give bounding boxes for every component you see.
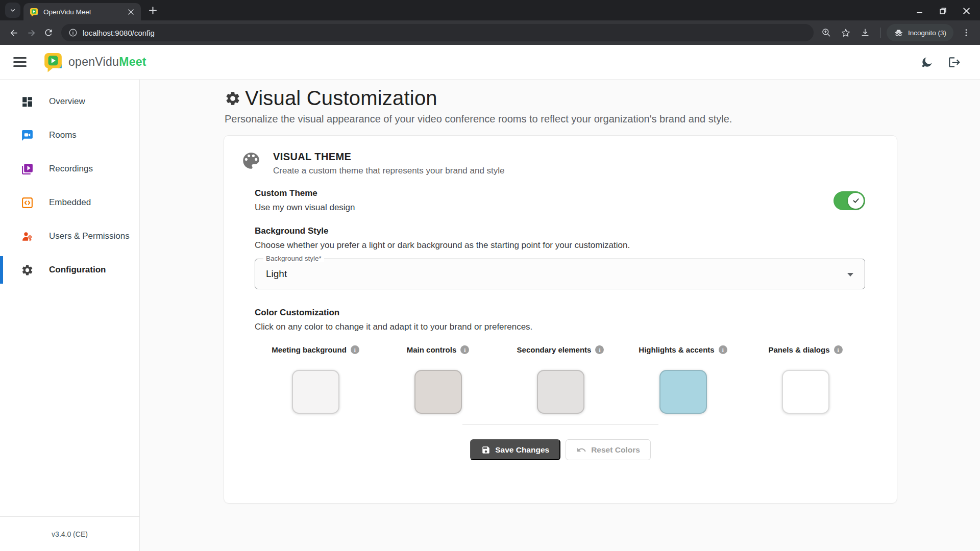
info-icon[interactable]: i bbox=[460, 345, 469, 354]
sidebar-item-configuration[interactable]: Configuration bbox=[0, 253, 139, 287]
new-tab-button[interactable] bbox=[145, 3, 160, 18]
moon-icon bbox=[920, 56, 934, 69]
save-button-label: Save Changes bbox=[495, 445, 549, 455]
incognito-label: Incognito (3) bbox=[908, 29, 946, 37]
user-key-icon bbox=[20, 230, 34, 243]
sidebar-item-overview[interactable]: Overview bbox=[0, 85, 139, 118]
background-style-select[interactable]: Background style* Light bbox=[255, 259, 865, 289]
bookmark-star-icon[interactable] bbox=[837, 24, 854, 41]
info-icon[interactable]: i bbox=[719, 345, 727, 354]
sidebar-item-label: Embedded bbox=[49, 197, 91, 208]
background-style-description: Choose whether you prefer a light or dar… bbox=[255, 240, 865, 251]
restore-button[interactable] bbox=[937, 5, 948, 16]
openvidu-logo-icon bbox=[43, 52, 63, 72]
page-subtitle: Personalize the visual appearance of you… bbox=[225, 113, 980, 125]
sidebar-item-label: Rooms bbox=[49, 130, 77, 140]
color-column-highlights-accents: Highlights & accentsi bbox=[629, 345, 737, 414]
app-logo[interactable]: openViduMeet bbox=[43, 52, 146, 72]
tab-search-button[interactable] bbox=[5, 3, 20, 18]
dark-mode-toggle-button[interactable] bbox=[917, 52, 937, 72]
close-window-button[interactable] bbox=[961, 5, 972, 16]
visual-theme-card: VISUAL THEME Create a custom theme that … bbox=[224, 135, 897, 504]
color-column-meeting-background: Meeting backgroundi bbox=[262, 345, 369, 414]
toolbar-actions: Incognito (3) bbox=[818, 24, 975, 41]
settings-icon bbox=[225, 90, 241, 107]
sidebar-item-label: Recordings bbox=[49, 164, 93, 174]
color-swatch-row: Meeting backgroundi Main controlsi Secon… bbox=[262, 345, 859, 414]
sidebar-item-recordings[interactable]: Recordings bbox=[0, 152, 139, 186]
app-header: openViduMeet bbox=[0, 45, 980, 80]
color-customization-description: Click on any color to change it and adap… bbox=[255, 322, 866, 332]
logout-button[interactable] bbox=[944, 52, 965, 72]
toggle-thumb bbox=[848, 193, 864, 209]
color-column-main-controls: Main controlsi bbox=[384, 345, 492, 414]
select-caret-icon bbox=[847, 273, 853, 277]
color-label: Meeting background bbox=[272, 345, 347, 354]
sidebar-item-embedded[interactable]: Embedded bbox=[0, 186, 139, 219]
main-content: Visual Customization Personalize the vis… bbox=[140, 80, 980, 551]
sidebar: Overview Rooms Recordings bbox=[0, 80, 140, 551]
undo-icon bbox=[576, 445, 586, 455]
url-text[interactable]: localhost:9080/config bbox=[83, 29, 155, 37]
zoom-icon[interactable] bbox=[818, 24, 835, 41]
color-swatch-secondary-elements[interactable] bbox=[537, 370, 584, 414]
browser-tab[interactable]: OpenVidu Meet bbox=[23, 3, 141, 20]
color-swatch-main-controls[interactable] bbox=[414, 370, 462, 414]
code-brackets-icon bbox=[20, 196, 34, 209]
window-controls bbox=[914, 5, 972, 16]
save-changes-button[interactable]: Save Changes bbox=[470, 439, 560, 460]
color-label: Panels & dialogs bbox=[768, 345, 829, 354]
reload-button[interactable] bbox=[40, 24, 57, 41]
toolbar-separator bbox=[880, 28, 880, 38]
color-label: Highlights & accents bbox=[639, 345, 714, 354]
sidebar-item-users-permissions[interactable]: Users & Permissions bbox=[0, 219, 139, 253]
back-button[interactable] bbox=[5, 24, 22, 41]
palette-icon bbox=[240, 150, 262, 171]
sidebar-item-label: Configuration bbox=[49, 265, 106, 275]
minimize-button[interactable] bbox=[914, 5, 925, 16]
incognito-icon bbox=[894, 28, 903, 38]
sidebar-item-label: Users & Permissions bbox=[49, 231, 130, 241]
info-icon[interactable]: i bbox=[351, 345, 359, 354]
color-swatch-panels-dialogs[interactable] bbox=[782, 370, 829, 414]
forward-button[interactable] bbox=[22, 24, 40, 41]
page-title: Visual Customization bbox=[245, 87, 437, 110]
color-column-secondary-elements: Secondary elementsi bbox=[507, 345, 614, 414]
info-icon[interactable]: i bbox=[834, 345, 843, 354]
video-library-icon bbox=[20, 162, 34, 176]
custom-theme-description: Use my own visual design bbox=[255, 203, 355, 213]
color-label: Secondary elements bbox=[517, 345, 592, 354]
gear-icon bbox=[20, 263, 34, 277]
incognito-badge[interactable]: Incognito (3) bbox=[887, 24, 953, 41]
sidebar-item-label: Overview bbox=[49, 96, 85, 107]
select-floating-label: Background style* bbox=[263, 255, 324, 262]
app-logo-text: openViduMeet bbox=[68, 55, 146, 69]
custom-theme-toggle[interactable] bbox=[834, 191, 865, 210]
tab-strip: OpenVidu Meet bbox=[0, 0, 980, 20]
section-subtitle: Create a custom theme that represents yo… bbox=[273, 166, 505, 176]
color-column-panels-dialogs: Panels & dialogsi bbox=[752, 345, 859, 414]
sidebar-item-rooms[interactable]: Rooms bbox=[0, 118, 139, 152]
color-swatch-highlights-accents[interactable] bbox=[659, 370, 707, 414]
rooms-chat-icon bbox=[20, 129, 34, 142]
download-icon[interactable] bbox=[856, 24, 874, 41]
check-icon bbox=[852, 196, 860, 205]
info-icon[interactable]: i bbox=[595, 345, 604, 354]
section-title: VISUAL THEME bbox=[273, 151, 505, 163]
tab-close-icon[interactable] bbox=[126, 7, 136, 17]
page-head: Visual Customization Personalize the vis… bbox=[225, 87, 980, 125]
reset-colors-button[interactable]: Reset Colors bbox=[566, 439, 651, 460]
browser-menu-icon[interactable] bbox=[958, 24, 975, 41]
app-version: v3.4.0 (CE) bbox=[0, 516, 139, 551]
reset-button-label: Reset Colors bbox=[591, 445, 640, 455]
color-swatch-meeting-background[interactable] bbox=[292, 370, 339, 414]
menu-hamburger-icon[interactable] bbox=[13, 55, 29, 70]
logout-icon bbox=[948, 56, 961, 69]
background-style-heading: Background Style bbox=[255, 226, 865, 236]
openvidu-favicon bbox=[30, 8, 38, 16]
site-info-icon[interactable] bbox=[68, 28, 78, 37]
color-customization-heading: Color Customization bbox=[255, 308, 866, 318]
url-bar[interactable]: localhost:9080/config bbox=[61, 24, 814, 41]
dashboard-icon bbox=[20, 95, 34, 108]
browser-toolbar: localhost:9080/config Inco bbox=[0, 20, 980, 45]
